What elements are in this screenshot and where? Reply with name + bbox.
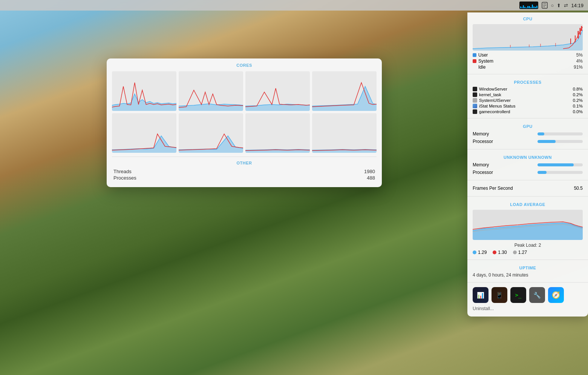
processes-section: PROCESSES WindowServer 0.8% kernel_task … — [467, 76, 588, 117]
load-15min-value: 1.27 — [518, 250, 527, 255]
svg-rect-16 — [245, 113, 310, 153]
user-value: 5% — [576, 52, 583, 58]
cores-title: CORES — [112, 63, 377, 68]
unk-processor-bar — [537, 171, 583, 174]
core-chart-4 — [312, 71, 377, 111]
upload-icon: ⬆ — [557, 3, 561, 8]
idle-label: Idle — [478, 65, 485, 70]
process-value-0: 0.8% — [573, 87, 583, 91]
gpu-processor-label: Processor — [473, 139, 493, 144]
cpu-graph — [473, 24, 583, 51]
gpu-title: GPU — [473, 122, 583, 130]
circle-icon: ○ — [551, 3, 554, 8]
process-value-1: 0.2% — [573, 92, 583, 97]
load-legend-1min: 1.29 — [473, 250, 487, 255]
uninstall-link[interactable]: Uninstall... — [467, 304, 588, 313]
load-5min-value: 1.30 — [498, 250, 507, 255]
threads-label: Threads — [113, 169, 132, 174]
system-dot — [473, 59, 476, 63]
uptime-value: 4 days, 0 hours, 24 minutes — [473, 272, 583, 278]
fps-value: 50.5 — [574, 186, 583, 191]
processes-row: Processes 488 — [112, 175, 377, 181]
core-chart-8 — [312, 113, 377, 153]
process-row-2: SystemUIServer 0.2% — [473, 97, 583, 103]
process-name-3: iStat Menus Status — [479, 104, 516, 108]
cpu-section: CPU User — [467, 12, 588, 72]
gpu-processor-row: Processor — [473, 138, 583, 145]
processes-value: 488 — [367, 175, 375, 181]
kerneltask-icon — [473, 92, 477, 97]
tool-app-icon[interactable]: 🔧 — [529, 287, 545, 303]
core-chart-1 — [112, 71, 176, 111]
gpu-memory-label: Memory — [473, 131, 489, 137]
cpu-section-title: CPU — [473, 15, 583, 23]
cpu-mini-widget[interactable] — [519, 2, 538, 9]
user-dot — [473, 53, 476, 57]
gpu-memory-row: Memory — [473, 130, 583, 138]
terminal-icon[interactable]: >_ — [510, 287, 526, 303]
uptime-title: UPTIME — [473, 264, 583, 272]
load-legend: 1.29 1.30 1.27 — [473, 249, 583, 256]
switch-icon: ⇄ — [564, 3, 568, 8]
process-name-0: WindowServer — [479, 87, 507, 91]
process-name-4: gamecontrollerd — [479, 109, 510, 114]
load-5min-dot — [493, 251, 496, 254]
istatmenus-icon — [473, 104, 477, 108]
gpu-section: GPU Memory Processor — [467, 120, 588, 148]
fps-label: Frames Per Second — [473, 186, 513, 191]
cores-grid — [112, 71, 377, 153]
gamecontrollerd-icon — [473, 109, 477, 114]
process-row-0: WindowServer 0.8% — [473, 86, 583, 92]
process-name-1: kernel_task — [479, 92, 501, 97]
divider-1 — [467, 74, 588, 74]
load-1min-dot — [473, 251, 476, 254]
system-stat-row: System 4% — [473, 58, 583, 64]
load-legend-5min: 1.30 — [493, 250, 507, 255]
peak-load-label: Peak Load: 2 — [473, 241, 583, 249]
bottom-icons: 📊 📱 >_ 🔧 🧭 — [467, 284, 588, 304]
gpu-processor-fill — [537, 140, 556, 143]
cpu-stats: User 5% System 4% Idle 91% — [473, 52, 583, 70]
threads-row: Threads 1980 — [112, 168, 377, 175]
other-section: OTHER Threads 1980 Processes 488 — [112, 157, 377, 181]
cores-popup: CORES — [107, 58, 382, 187]
process-value-2: 0.2% — [573, 98, 583, 103]
idle-stat-row: Idle 91% — [473, 64, 583, 70]
load-1min-value: 1.29 — [478, 250, 487, 255]
process-row-1: kernel_task 0.2% — [473, 92, 583, 97]
divider-2 — [467, 118, 588, 118]
istat-app-icon[interactable]: 📊 — [473, 287, 488, 303]
core-chart-7 — [245, 113, 310, 153]
unk-processor-label: Processor — [473, 170, 493, 175]
divider-7 — [467, 282, 588, 283]
menubar: ○ ⬆ ⇄ 14:19 — [0, 0, 588, 11]
divider-6 — [467, 260, 588, 260]
gpu-memory-bar — [537, 132, 583, 135]
windowserver-icon — [473, 87, 477, 91]
process-value-4: 0.0% — [573, 109, 583, 114]
unk-memory-bar — [537, 163, 583, 166]
istat-panel: CPU User — [467, 12, 588, 317]
unk-processor-fill — [537, 171, 547, 174]
load-graph — [473, 210, 583, 240]
fps-section: Frames Per Second 50.5 — [467, 182, 588, 195]
divider-3 — [467, 149, 588, 149]
process-row-4: gamecontrollerd 0.0% — [473, 109, 583, 114]
divider-4 — [467, 180, 588, 180]
uptime-section: UPTIME 4 days, 0 hours, 24 minutes — [467, 261, 588, 281]
system-value: 4% — [576, 58, 583, 64]
unknown-section: UNKNOWN UNKNOWN Memory Processor — [467, 151, 588, 178]
threads-value: 1980 — [364, 169, 375, 174]
system-label: System — [478, 58, 493, 64]
other-title: OTHER — [112, 161, 377, 165]
user-stat-row: User 5% — [473, 52, 583, 58]
safari-icon[interactable]: 🧭 — [548, 287, 564, 303]
processes-label: Processes — [113, 175, 136, 181]
divider-5 — [467, 196, 588, 197]
app-icon-2[interactable]: 📱 — [492, 287, 507, 303]
core-chart-2 — [179, 71, 243, 111]
unk-processor-row: Processor — [473, 169, 583, 176]
memory-menubar-icon[interactable] — [541, 2, 548, 9]
unk-memory-row: Memory — [473, 161, 583, 169]
systemuiserver-icon — [473, 98, 477, 103]
